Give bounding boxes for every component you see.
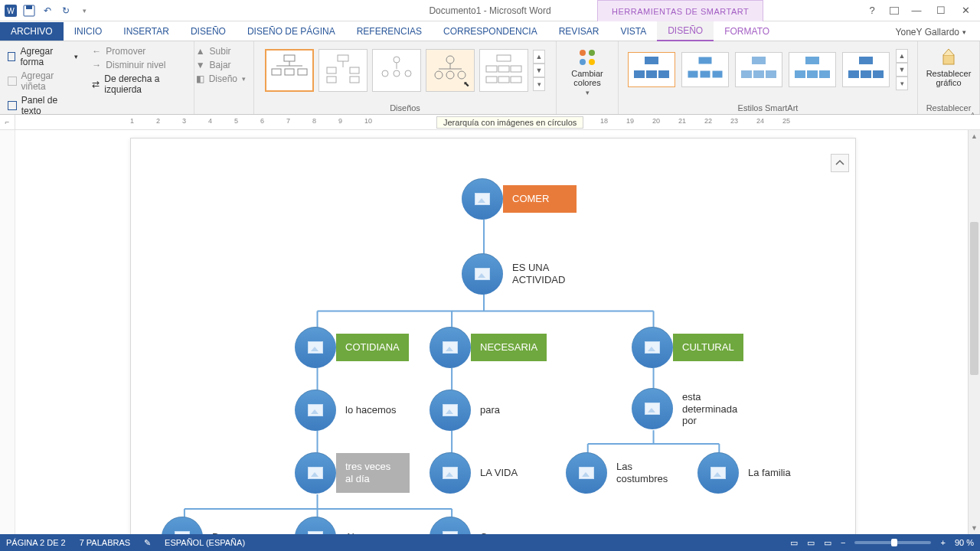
help-icon[interactable]: ? <box>865 5 879 16</box>
node-label[interactable]: Las costumbres <box>607 453 684 492</box>
minimize-icon[interactable]: — <box>910 5 923 16</box>
layout-thumb-3[interactable] <box>372 49 421 92</box>
node-cena[interactable]: Cena <box>430 517 532 534</box>
node-familia[interactable]: La familia <box>697 452 800 494</box>
node-costumbres[interactable]: Las costumbres <box>566 452 684 494</box>
scroll-up-icon[interactable]: ▲ <box>969 130 980 142</box>
node-c1-b[interactable]: tres veces al día <box>295 452 410 494</box>
undo-icon[interactable]: ↶ <box>41 5 54 17</box>
gallery-up-icon[interactable]: ▲ <box>896 49 908 63</box>
gallery-more-icon[interactable]: ▾ <box>896 77 908 90</box>
node-root[interactable]: COMER <box>462 178 577 220</box>
gallery-up-icon[interactable]: ▲ <box>533 50 545 64</box>
svg-rect-51 <box>795 70 805 78</box>
tab-referencias[interactable]: REFERENCIAS <box>346 22 433 41</box>
redo-icon[interactable]: ↻ <box>60 5 72 17</box>
smartart-graphic[interactable]: COMER ES UNA ACTIVIDAD COTIDIANA NECESAR… <box>131 139 855 534</box>
gallery-more-icon[interactable]: ▾ <box>533 77 545 91</box>
tab-diseno-pagina[interactable]: DISEÑO DE PÁGINA <box>237 22 346 41</box>
node-desayuno[interactable]: Desayuno <box>162 517 266 534</box>
node-label[interactable]: La familia <box>739 459 800 487</box>
scroll-thumb[interactable] <box>970 222 978 375</box>
node-necesaria[interactable]: NECESARIA <box>430 327 547 368</box>
node-label[interactable]: lo hacemos <box>336 396 405 424</box>
vertical-scrollbar[interactable]: ▲ ▼ <box>968 130 980 534</box>
node-label[interactable]: LA VIDA <box>471 459 532 487</box>
style-thumb-1[interactable] <box>628 52 675 87</box>
zoom-level[interactable]: 90 % <box>955 538 974 547</box>
account-name[interactable]: YoneY Gallardo▾ <box>888 24 980 41</box>
layout-thumb-4[interactable]: ⬉ <box>426 49 475 92</box>
style-thumb-2[interactable] <box>681 52 729 87</box>
maximize-icon[interactable]: ☐ <box>934 5 948 16</box>
layout-thumb-5[interactable] <box>479 49 528 92</box>
gallery-down-icon[interactable]: ▼ <box>896 63 908 77</box>
scroll-down-icon[interactable]: ▼ <box>969 522 980 534</box>
node-label[interactable]: Desayuno <box>203 523 266 534</box>
node-almuerzo[interactable]: Almuerzo <box>295 517 397 534</box>
zoom-out-icon[interactable]: − <box>841 538 845 547</box>
tab-revisar[interactable]: REVISAR <box>548 22 610 41</box>
tab-file[interactable]: ARCHIVO <box>0 22 64 41</box>
zoom-slider[interactable] <box>854 541 931 544</box>
node-label[interactable]: Almuerzo <box>336 523 397 534</box>
page[interactable]: COMER ES UNA ACTIVIDAD COTIDIANA NECESAR… <box>130 138 856 534</box>
picture-icon <box>579 467 594 479</box>
tab-smartart-diseno[interactable]: DISEÑO <box>657 21 714 41</box>
view-web-icon[interactable]: ▭ <box>824 538 831 548</box>
node-cotidiana[interactable]: COTIDIANA <box>295 327 409 368</box>
svg-rect-4 <box>284 55 295 61</box>
gallery-down-icon[interactable]: ▼ <box>533 64 545 77</box>
node-c1-a[interactable]: lo hacemos <box>295 390 405 431</box>
node-label[interactable]: Cena <box>471 523 532 534</box>
status-words[interactable]: 7 PALABRAS <box>80 538 130 547</box>
layout-thumb-1[interactable] <box>265 49 314 92</box>
status-page[interactable]: PÁGINA 2 DE 2 <box>6 538 66 547</box>
zoom-in-icon[interactable]: + <box>940 538 945 547</box>
node-c2-a[interactable]: para <box>430 390 532 431</box>
save-icon[interactable] <box>23 5 35 17</box>
node-c2-b[interactable]: LA VIDA <box>430 452 532 494</box>
tab-smartart-formato[interactable]: FORMATO <box>714 22 780 41</box>
node-label[interactable]: ES UNA ACTIVIDAD <box>503 254 580 293</box>
vertical-ruler[interactable] <box>0 130 15 534</box>
node-image-placeholder[interactable] <box>462 178 503 220</box>
status-language[interactable]: ESPAÑOL (ESPAÑA) <box>165 538 245 547</box>
layout-thumb-2[interactable] <box>318 49 368 92</box>
style-thumb-5[interactable] <box>842 52 890 87</box>
tab-correspondencia[interactable]: CORRESPONDENCIA <box>433 22 548 41</box>
rtl-button[interactable]: ⇄De derecha a izquierda <box>92 72 185 96</box>
node-label[interactable]: COTIDIANA <box>336 334 409 361</box>
node-label[interactable]: para <box>471 396 532 424</box>
node-label[interactable]: COMER <box>503 185 577 213</box>
node-cultural[interactable]: CULTURAL <box>632 327 743 368</box>
svg-rect-56 <box>861 70 871 78</box>
style-thumb-4[interactable] <box>789 52 836 87</box>
qat-customize-icon[interactable]: ▾ <box>78 5 90 17</box>
tab-diseno[interactable]: DISEÑO <box>180 22 237 41</box>
ruler-corner-icon[interactable]: ⌐ <box>0 115 15 130</box>
view-print-icon[interactable]: ▭ <box>807 538 815 548</box>
svg-rect-45 <box>712 70 723 78</box>
node-label[interactable]: tres veces al día <box>336 453 410 492</box>
svg-rect-3 <box>26 5 32 9</box>
add-shape-button[interactable]: Agregar forma ▾ <box>8 44 78 69</box>
node-l2[interactable]: ES UNA ACTIVIDAD <box>462 253 580 295</box>
close-icon[interactable]: ✕ <box>959 5 972 16</box>
node-label[interactable]: CULTURAL <box>673 334 743 361</box>
node-label[interactable]: NECESARIA <box>471 334 547 361</box>
svg-rect-8 <box>285 69 294 75</box>
node-label[interactable]: esta determinada por <box>673 383 757 435</box>
svg-point-37 <box>589 59 595 65</box>
change-colors-button[interactable]: Cambiar colores ▾ <box>564 44 610 99</box>
node-c3-a[interactable]: esta determinada por <box>632 383 757 435</box>
proofing-icon[interactable]: ✎ <box>144 538 151 548</box>
ribbon-display-icon[interactable] <box>890 7 899 15</box>
document-area: COMER ES UNA ACTIVIDAD COTIDIANA NECESAR… <box>0 130 980 534</box>
reset-graphic-button[interactable]: Restablecer gráfico <box>926 44 972 90</box>
view-read-icon[interactable]: ▭ <box>790 538 798 548</box>
style-thumb-3[interactable] <box>735 52 782 87</box>
tab-insertar[interactable]: INSERTAR <box>113 22 180 41</box>
tab-inicio[interactable]: INICIO <box>64 22 113 41</box>
tab-vista[interactable]: VISTA <box>609 22 657 41</box>
